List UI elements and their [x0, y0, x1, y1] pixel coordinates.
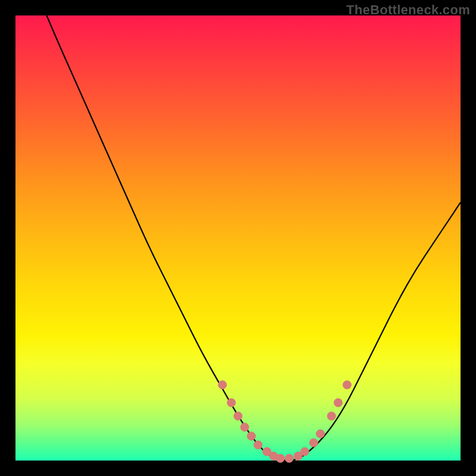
curve-marker [327, 412, 336, 420]
curve-marker [343, 381, 351, 389]
bottleneck-curve [46, 15, 461, 461]
curve-marker [309, 439, 318, 447]
curve-marker [227, 399, 236, 407]
curve-marker [218, 381, 227, 389]
watermark-text: TheBottleneck.com [346, 2, 470, 18]
curve-marker [247, 432, 255, 440]
curve-marker [334, 399, 342, 407]
curve-marker [300, 447, 309, 456]
curve-marker [316, 430, 324, 438]
curve-marker [240, 423, 249, 431]
marker-group [218, 381, 352, 463]
curve-marker [276, 454, 284, 462]
curve-marker [234, 412, 242, 420]
curve-marker [285, 454, 293, 462]
chart-frame [15, 15, 461, 461]
chart-svg [15, 15, 461, 461]
curve-marker [254, 441, 262, 449]
